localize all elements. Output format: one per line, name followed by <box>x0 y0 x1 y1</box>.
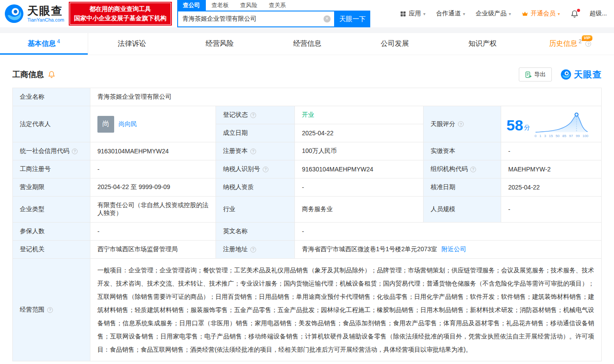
label-approve-date: 核准日期 <box>424 178 501 197</box>
label-taxpayer-quality: 纳税人资质 <box>216 178 295 197</box>
search-area: 查公司 查老板 查风险 查关系 × 天眼一下 <box>177 0 370 27</box>
label-insured-num: 参保人数 <box>13 223 90 241</box>
row-regno-taxpayer: 工商注册号 - 纳税人识别号? 91630104MAEHPMYW24 组织机构代… <box>13 160 602 178</box>
search-tab-relation[interactable]: 查关系 <box>263 0 292 11</box>
legal-rep-link[interactable]: 尚向民 <box>119 120 137 128</box>
address-text: 青海省西宁市城西区微波巷1号1号楼2单元2073室 <box>302 245 437 253</box>
menu-item-cooperation[interactable]: 合作通道 ▾ <box>436 10 465 18</box>
promo-line-1: 都在用的商业查询工具 <box>74 4 167 14</box>
help-icon[interactable]: ? <box>250 112 256 118</box>
apps-grid-icon <box>400 11 406 17</box>
search-tab-risk[interactable]: 查风险 <box>234 0 263 11</box>
label-business-scope: 经营范围? <box>13 259 90 361</box>
score-axis-ticks: 0131550859799100 <box>535 134 588 138</box>
menu-item-membership[interactable]: 开通会员 ▾ <box>521 10 560 18</box>
value-paid-capital: - <box>501 142 602 160</box>
value-credit-code: 91630104MAEHPMYW24 <box>90 142 216 160</box>
notifications-bell-icon[interactable] <box>570 10 579 18</box>
row-company-name: 企业名称 青海茶姬企业管理有限公司 <box>13 88 602 106</box>
menu-cooperation-label: 合作通道 <box>436 10 461 18</box>
tianyancha-logo-icon <box>4 4 24 23</box>
clear-search-icon[interactable]: × <box>324 15 331 22</box>
search-tab-boss[interactable]: 查老板 <box>206 0 234 11</box>
help-icon[interactable]: ? <box>263 167 268 172</box>
value-staff-size: - <box>501 197 602 223</box>
menu-item-apps[interactable]: 应用 ▾ <box>400 10 425 18</box>
chevron-down-icon: ▾ <box>509 11 511 16</box>
company-nav-tabs: 基本信息 4 法律诉讼 经营风险 经营信息 公司发展 知识产权 VIP 历史信息… <box>0 33 614 55</box>
promo-line-2: 国家中小企业发展子基金旗下机构 <box>74 14 167 23</box>
nearby-companies-link[interactable]: 附近公司 <box>442 245 466 253</box>
tab-intellectual-property[interactable]: 知识产权 <box>439 33 526 55</box>
label-company-name: 企业名称 <box>13 88 90 106</box>
monitor-bell-icon[interactable] <box>48 71 56 78</box>
chevron-down-icon: ▾ <box>463 11 465 16</box>
export-button[interactable]: 导出 <box>519 67 552 82</box>
help-icon[interactable]: ? <box>72 149 78 154</box>
tab-history-info[interactable]: VIP 历史信息 2 ? <box>526 33 614 55</box>
tab-count-badge: 4 <box>57 38 60 45</box>
label-english-name: 英文名称 <box>216 223 295 241</box>
tab-legal-proceedings[interactable]: 法律诉讼 <box>88 33 176 55</box>
tab-operational-risk[interactable]: 经营风险 <box>176 33 264 55</box>
value-business-scope: 一般项目：企业管理；企业管理咨询；餐饮管理；工艺美术品及礼仪用品销售（象牙及其制… <box>90 259 602 361</box>
label-tyc-score: 天眼评分? <box>424 106 501 142</box>
label-reg-status: 登记状态? <box>216 106 295 124</box>
label-reg-capital: 注册资本? <box>216 142 295 160</box>
score-value-link[interactable]: 58 <box>506 118 523 133</box>
label-establish-date: 成立日期 <box>216 124 295 142</box>
value-reg-status: 开业 <box>295 106 424 124</box>
search-tabs: 查公司 查老板 查风险 查关系 <box>177 0 370 11</box>
row-regorg-address: 登记机关 西宁市城西区市场监督管理局 注册地址? 青海省西宁市城西区微波巷1号1… <box>13 241 602 259</box>
search-tab-company[interactable]: 查公司 <box>177 0 206 11</box>
value-approve-date: 2025-04-22 <box>501 178 602 197</box>
help-icon[interactable]: ? <box>250 149 256 154</box>
top-menu: 应用 ▾ 合作通道 ▾ 企业级产品 ▾ 开通会员 ▾ 超级... <box>400 10 607 18</box>
help-icon[interactable]: ? <box>47 307 53 313</box>
search-button[interactable]: 天眼一下 <box>335 11 370 27</box>
tab-basic-info[interactable]: 基本信息 4 <box>0 33 88 55</box>
value-company-type: 有限责任公司（非自然人投资或控股的法人独资） <box>90 197 216 223</box>
notification-dot <box>577 9 580 12</box>
search-input[interactable] <box>178 11 334 26</box>
value-org-code: MAEHPMYW-2 <box>501 160 602 178</box>
value-reg-org: 西宁市城西区市场监督管理局 <box>90 241 216 259</box>
menu-apps-label: 应用 <box>409 10 421 18</box>
export-excel-icon <box>525 71 532 78</box>
value-business-term: 2025-04-22 至 9999-09-09 <box>90 178 216 197</box>
label-credit-code: 统一社会信用代码? <box>13 142 90 160</box>
help-icon[interactable]: ? <box>250 247 256 253</box>
label-taxpayer-no: 纳税人识别号? <box>216 160 295 178</box>
help-icon[interactable]: ? <box>458 121 464 127</box>
score-unit[interactable]: 分 <box>524 124 530 132</box>
tianyancha-logo[interactable]: 天眼查 TianYanCha.com <box>4 4 64 23</box>
help-icon[interactable]: ? <box>585 41 591 47</box>
value-taxpayer-quality: - <box>295 178 424 197</box>
section-header: 工商信息 导出 天眼查 <box>0 55 614 88</box>
legal-rep-avatar[interactable]: 尚 <box>97 116 114 133</box>
value-insured-num: - <box>90 223 216 241</box>
menu-item-enterprise[interactable]: 企业级产品 ▾ <box>476 10 511 18</box>
chevron-down-icon: ▾ <box>558 11 560 16</box>
value-industry: 商务服务业 <box>295 197 424 223</box>
watermark-brand-text: 天眼查 <box>574 69 602 81</box>
watermark-logo: 天眼查 <box>561 69 602 81</box>
header-divider-strip <box>0 27 614 33</box>
value-company-name: 青海茶姬企业管理有限公司 <box>90 88 602 106</box>
value-taxpayer-no: 91630104MAEHPMYW24 <box>295 160 424 178</box>
label-staff-size: 人员规模 <box>424 197 501 223</box>
tab-company-development[interactable]: 公司发展 <box>351 33 439 55</box>
tab-business-info[interactable]: 经营信息 <box>264 33 351 55</box>
status-open: 开业 <box>302 111 314 118</box>
label-company-type: 企业类型 <box>13 197 90 223</box>
label-industry: 行业 <box>216 197 295 223</box>
label-paid-capital: 实缴资本 <box>424 142 501 160</box>
chevron-down-icon: ▾ <box>423 11 425 16</box>
help-icon[interactable]: ? <box>470 167 476 172</box>
menu-item-super-vip[interactable]: 超级... <box>589 10 607 18</box>
label-reg-address: 注册地址? <box>216 241 295 259</box>
menu-membership-label: 开通会员 <box>531 10 555 18</box>
row-term-approve: 营业期限 2025-04-22 至 9999-09-09 纳税人资质 - 核准日… <box>13 178 602 197</box>
score-distribution-chart: 0131550859799100 <box>535 112 588 138</box>
value-reg-no: - <box>90 160 216 178</box>
